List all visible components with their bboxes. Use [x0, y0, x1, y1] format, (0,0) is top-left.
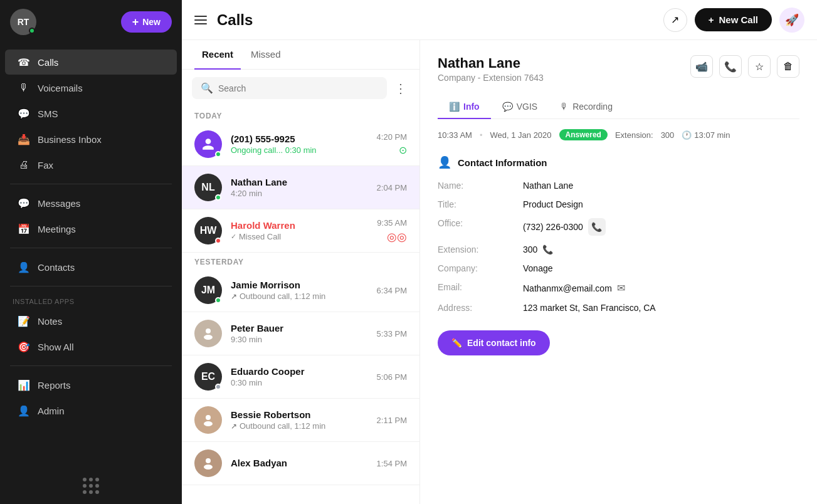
call-item[interactable]: JM Jamie Morrison ↗ Outbound call, 1:12 …: [182, 269, 419, 312]
svg-point-1: [204, 335, 213, 340]
call-time: 9:35 AM: [377, 218, 407, 228]
info-icon: ℹ️: [449, 102, 460, 112]
tab-recent[interactable]: Recent: [194, 40, 241, 70]
plus-icon: +: [709, 14, 714, 25]
more-options-icon[interactable]: ⋮: [392, 78, 409, 98]
video-button[interactable]: 📹: [690, 55, 713, 78]
duration-value: 13:07 min: [694, 130, 730, 140]
call-sub: Ongoing call... 0:30 min: [231, 145, 368, 155]
call-avatar: HW: [194, 217, 222, 244]
call-avatar: [194, 130, 222, 158]
star-button[interactable]: ☆: [748, 55, 771, 78]
sidebar-item-sms[interactable]: 💬 SMS: [5, 101, 177, 126]
call-avatar: JM: [194, 276, 222, 304]
svg-point-2: [206, 415, 211, 420]
status-dot: [215, 297, 221, 303]
section-label-yesterday: YESTERDAY: [182, 253, 419, 269]
sidebar: RT + calls New ☎ Calls 🎙 Voicemails 💬 SM…: [0, 0, 182, 504]
call-right: 2:11 PM: [377, 416, 407, 425]
nav-divider-3: [10, 286, 172, 286]
detail-panel: Nathan Lane Company - Extension 7643 📹 📞…: [420, 40, 817, 504]
outbound-arrow-icon: ↗: [231, 422, 237, 431]
tab-info[interactable]: ℹ️ Info: [438, 95, 491, 119]
call-item[interactable]: Alex Badyan 1:54 PM: [182, 442, 419, 485]
recording-icon: 🎙: [560, 102, 569, 112]
extension-phone-icon: 📞: [542, 244, 553, 255]
trash-icon: 🗑: [783, 61, 793, 72]
sidebar-navigation: ☎ Calls 🎙 Voicemails 💬 SMS 📥 Business In…: [0, 44, 182, 468]
call-time: 4:20 PM: [377, 132, 407, 142]
new-call-button[interactable]: + New Call: [695, 8, 772, 31]
sidebar-item-show-all[interactable]: 🎯 Show All: [5, 334, 177, 359]
title-label: Title:: [438, 199, 513, 209]
call-avatar: [194, 449, 222, 477]
extension-field-label: Extension:: [438, 244, 513, 255]
voicemail-indicator-icon: ◎◎: [387, 230, 407, 244]
sidebar-item-fax[interactable]: 🖨 Fax: [5, 152, 177, 177]
call-info: Harold Warren ✓ Missed Call: [231, 220, 368, 241]
call-sub: 9:30 min: [231, 335, 368, 344]
search-box: 🔍: [192, 77, 387, 99]
call-item[interactable]: (201) 555-9925 Ongoing call... 0:30 min …: [182, 123, 419, 166]
call-name: Alex Badyan: [231, 458, 368, 468]
sidebar-item-admin[interactable]: 👤 Admin: [5, 398, 177, 423]
tab-missed[interactable]: Missed: [243, 40, 288, 70]
call-info: (201) 555-9925 Ongoing call... 0:30 min: [231, 134, 368, 155]
contact-row-email: Email: Nathanmx@email.com ✉: [438, 282, 799, 294]
status-dot: [215, 151, 221, 157]
sidebar-item-messages[interactable]: 💬 Messages: [5, 191, 177, 216]
share-icon-button[interactable]: ↗: [663, 8, 687, 32]
delete-button[interactable]: 🗑: [777, 55, 799, 78]
call-name: Bessie Robertson: [231, 409, 368, 420]
outbound-arrow-icon: ↗: [231, 292, 237, 301]
office-call-button[interactable]: 📞: [588, 218, 606, 236]
grid-menu-button[interactable]: [83, 478, 99, 494]
call-time-value: 10:33 AM: [438, 130, 472, 140]
rocket-button[interactable]: 🚀: [779, 8, 804, 33]
nav-divider-2: [10, 248, 172, 248]
sidebar-item-contacts[interactable]: 👤 Contacts: [5, 255, 177, 280]
hamburger-menu-button[interactable]: [194, 16, 207, 24]
duration: 🕐 13:07 min: [682, 130, 730, 140]
sidebar-item-business-inbox[interactable]: 📥 Business Inbox: [5, 127, 177, 152]
call-meta: 10:33 AM • Wed, 1 Jan 2020 Answered Exte…: [438, 129, 799, 140]
svg-point-4: [206, 458, 211, 463]
sidebar-item-notes[interactable]: 📝 Notes: [5, 308, 177, 333]
tab-recording[interactable]: 🎙 Recording: [549, 95, 624, 119]
call-time: 5:06 PM: [377, 372, 407, 382]
extension-field-value: 300 📞: [523, 244, 553, 255]
admin-icon: 👤: [18, 404, 30, 417]
share-icon: ↗: [671, 14, 679, 26]
svg-point-3: [204, 421, 213, 426]
call-item[interactable]: EC Eduardo Cooper 0:30 min 5:06 PM: [182, 355, 419, 399]
edit-contact-button[interactable]: ✏️ Edit contact info: [438, 330, 550, 355]
inbox-icon: 📥: [18, 133, 30, 145]
contact-row-office: Office: (732) 226-0300 📞: [438, 218, 799, 236]
call-right: 6:34 PM: [377, 286, 407, 295]
tab-vgis[interactable]: 💬 VGIS: [491, 95, 549, 119]
call-info: Eduardo Cooper 0:30 min: [231, 366, 368, 387]
new-button[interactable]: + calls New: [121, 11, 172, 33]
topbar: Calls ↗ + New Call 🚀: [182, 0, 817, 40]
sidebar-item-reports[interactable]: 📊 Reports: [5, 372, 177, 397]
show-all-icon: 🎯: [18, 340, 30, 353]
call-list-tabs: Recent Missed: [182, 40, 419, 70]
sidebar-item-voicemails[interactable]: 🎙 Voicemails: [5, 75, 177, 100]
call-item[interactable]: Peter Bauer 9:30 min 5:33 PM: [182, 312, 419, 355]
nav-divider-1: [10, 184, 172, 184]
call-button[interactable]: 📞: [719, 55, 742, 78]
detail-action-buttons: 📹 📞 ☆ 🗑: [690, 55, 799, 78]
call-item[interactable]: Bessie Robertson ↗ Outbound call, 1:12 m…: [182, 399, 419, 442]
search-input[interactable]: [218, 83, 378, 93]
sidebar-item-calls[interactable]: ☎ Calls: [5, 50, 177, 75]
sidebar-item-meetings[interactable]: 📅 Meetings: [5, 216, 177, 241]
call-right: 4:20 PM ⊙: [377, 132, 407, 156]
call-right: 1:54 PM: [377, 459, 407, 468]
call-name: Nathan Lane: [231, 177, 368, 187]
call-item[interactable]: NL Nathan Lane 4:20 min 2:04 PM: [182, 166, 419, 209]
status-dot: [215, 384, 221, 390]
call-items-list: TODAY (201) 555-9925 Ongoing call... 0:3…: [182, 107, 419, 504]
call-item[interactable]: HW Harold Warren ✓ Missed Call 9:35 AM ◎…: [182, 209, 419, 253]
extension-value: 300: [661, 130, 675, 140]
call-right: 2:04 PM: [377, 183, 407, 192]
